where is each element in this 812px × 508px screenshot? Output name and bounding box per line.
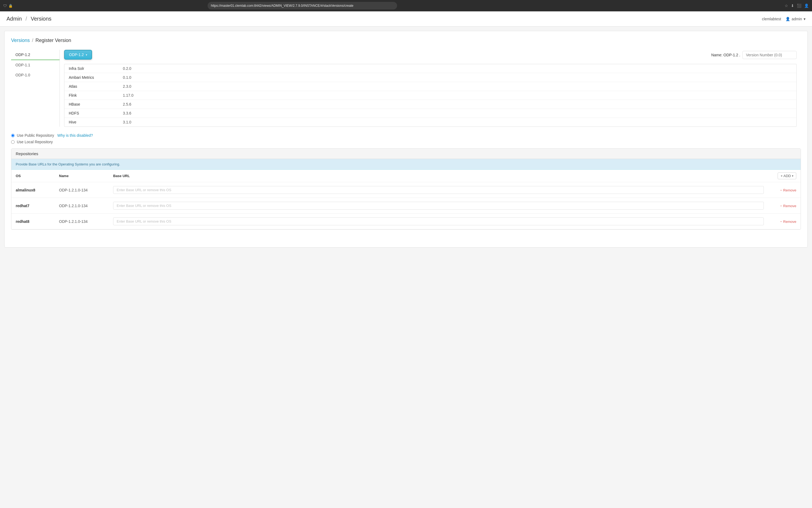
browser-action-icons: ☆ ⬇ ⬛ 👤 xyxy=(785,3,809,8)
user-menu[interactable]: 👤 admin ▾ xyxy=(785,17,806,21)
user-name: admin xyxy=(792,17,802,21)
os-label-redhat8: redhat8 xyxy=(16,219,59,224)
service-row-infra-solr: Infra Solr 0.2.0 xyxy=(64,64,796,73)
breadcrumb-separator: / xyxy=(32,38,33,43)
service-version: 2.3.0 xyxy=(123,84,131,89)
repository-section: Use Public Repository Why is this disabl… xyxy=(11,133,801,229)
os-name-redhat8: ODP-1.2.1.0-134 xyxy=(59,219,113,224)
url-column-header: Base URL xyxy=(113,174,764,178)
stack-list: ODP-1.2 ODP-1.1 ODP-1.0 xyxy=(11,50,60,127)
remove-button-almalinux8[interactable]: − Remove xyxy=(780,188,796,192)
actions-column-header: + ADD ▾ xyxy=(764,172,796,179)
add-button[interactable]: + ADD ▾ xyxy=(778,172,796,179)
remove-button-redhat7[interactable]: − Remove xyxy=(780,204,796,208)
use-public-label: Use Public Repository xyxy=(17,133,54,137)
url-text: https://master01.clemlab.com:8442/views/… xyxy=(211,4,354,8)
repositories-info-text: Provide Base URLs for the Operating Syst… xyxy=(11,159,801,170)
os-name-almalinux8: ODP-1.2.1.0-134 xyxy=(59,188,113,192)
stack-item-label: ODP-1.0 xyxy=(15,73,30,77)
service-row-hive: Hive 3.1.0 xyxy=(64,118,796,126)
stack-dropdown-button[interactable]: ODP-1.2 ▾ xyxy=(64,50,92,59)
os-url-col-redhat8 xyxy=(113,217,764,225)
os-label-redhat7: redhat7 xyxy=(16,204,59,208)
stack-header-row: ODP-1.2 ▾ Name: ODP-1.2 . xyxy=(64,50,797,59)
name-label: Name: ODP-1.2 . xyxy=(711,53,740,57)
repository-radio-group: Use Public Repository Why is this disabl… xyxy=(11,133,801,144)
os-column-header: OS xyxy=(16,174,59,178)
remove-label: Remove xyxy=(783,220,796,224)
base-url-input-redhat7[interactable] xyxy=(113,202,764,210)
profile-icon[interactable]: 👤 xyxy=(804,3,809,8)
remove-label: Remove xyxy=(783,204,796,208)
use-public-radio[interactable] xyxy=(11,134,15,137)
minus-icon: − xyxy=(780,204,782,208)
service-row-flink: Flink 1.17.0 xyxy=(64,91,796,100)
why-disabled-link[interactable]: Why is this disabled? xyxy=(57,133,93,137)
use-local-label: Use Local Repository xyxy=(17,140,53,144)
service-name: HBase xyxy=(69,102,123,107)
repositories-box: Repositories Provide Base URLs for the O… xyxy=(11,149,801,229)
breadcrumb-current: Register Version xyxy=(36,38,71,43)
stack-list-item-odp-1.0[interactable]: ODP-1.0 xyxy=(11,70,59,80)
os-table-header: OS Name Base URL + ADD ▾ xyxy=(11,170,801,182)
base-url-input-redhat8[interactable] xyxy=(113,217,764,225)
service-row-hbase: HBase 2.5.6 xyxy=(64,100,796,109)
remove-label: Remove xyxy=(783,188,796,192)
header-title: Admin / Versions xyxy=(6,16,51,22)
stack-section: ODP-1.2 ODP-1.1 ODP-1.0 ODP-1.2 ▾ Name: … xyxy=(11,50,801,127)
service-name: Ambari Metrics xyxy=(69,75,123,80)
cluster-name: clemlabtest xyxy=(762,17,781,21)
version-number-input[interactable] xyxy=(742,51,797,59)
repositories-heading: Repositories xyxy=(11,149,801,159)
use-local-radio[interactable] xyxy=(11,140,15,144)
base-url-input-almalinux8[interactable] xyxy=(113,186,764,194)
header-right: clemlabtest 👤 admin ▾ xyxy=(762,17,806,21)
stack-list-item-odp-1.2[interactable]: ODP-1.2 xyxy=(11,50,59,60)
os-row-redhat7: redhat7 ODP-1.2.1.0-134 − Remove xyxy=(11,198,801,214)
add-button-label: + ADD xyxy=(781,174,791,178)
admin-label: Admin xyxy=(6,16,22,22)
service-version: 0.1.0 xyxy=(123,75,131,80)
service-version: 3.3.6 xyxy=(123,111,131,115)
browser-nav-icons: 🛡 🔒 xyxy=(3,4,13,8)
breadcrumb: Versions / Register Version xyxy=(11,38,801,43)
os-url-col-redhat7 xyxy=(113,202,764,210)
use-local-repository-option: Use Local Repository xyxy=(11,140,801,144)
minus-icon: − xyxy=(780,188,782,192)
stack-selected-label: ODP-1.2 xyxy=(69,52,84,57)
os-row-almalinux8: almalinux8 ODP-1.2.1.0-134 − Remove xyxy=(11,182,801,198)
star-icon[interactable]: ☆ xyxy=(785,3,788,8)
service-version: 3.1.0 xyxy=(123,120,131,124)
shield-icon: 🛡 xyxy=(3,4,7,8)
download-icon[interactable]: ⬇ xyxy=(791,3,794,8)
stack-item-label: ODP-1.2 xyxy=(15,52,30,57)
dropdown-caret-icon: ▾ xyxy=(86,53,87,56)
breadcrumb-link[interactable]: Versions xyxy=(11,38,30,43)
service-version: 1.17.0 xyxy=(123,93,133,97)
services-table: Infra Solr 0.2.0 Ambari Metrics 0.1.0 At… xyxy=(64,64,797,127)
extensions-icon[interactable]: ⬛ xyxy=(797,3,802,8)
remove-button-redhat8[interactable]: − Remove xyxy=(780,220,796,224)
os-name-redhat7: ODP-1.2.1.0-134 xyxy=(59,204,113,208)
service-name: HDFS xyxy=(69,111,123,115)
browser-chrome: 🛡 🔒 https://master01.clemlab.com:8442/vi… xyxy=(0,0,812,11)
service-row-ambari-metrics: Ambari Metrics 0.1.0 xyxy=(64,73,796,82)
user-dropdown-caret: ▾ xyxy=(804,17,806,21)
user-icon: 👤 xyxy=(785,17,790,21)
add-caret-icon: ▾ xyxy=(792,174,793,177)
main-content: Versions / Register Version ODP-1.2 ODP-… xyxy=(4,31,808,248)
service-version: 0.2.0 xyxy=(123,66,131,71)
service-name: Infra Solr xyxy=(69,66,123,71)
service-name: Atlas xyxy=(69,84,123,89)
name-field: Name: ODP-1.2 . xyxy=(711,51,797,59)
versions-label: Versions xyxy=(31,16,51,22)
stack-list-item-odp-1.1[interactable]: ODP-1.1 xyxy=(11,60,59,70)
header-separator: / xyxy=(26,16,27,22)
name-column-header: Name xyxy=(59,174,113,178)
url-bar[interactable]: https://master01.clemlab.com:8442/views/… xyxy=(208,2,397,9)
os-actions-redhat7: − Remove xyxy=(764,204,796,208)
service-row-hdfs: HDFS 3.3.6 xyxy=(64,109,796,118)
os-actions-almalinux8: − Remove xyxy=(764,188,796,192)
service-name: Flink xyxy=(69,93,123,97)
stack-item-label: ODP-1.1 xyxy=(15,63,30,67)
